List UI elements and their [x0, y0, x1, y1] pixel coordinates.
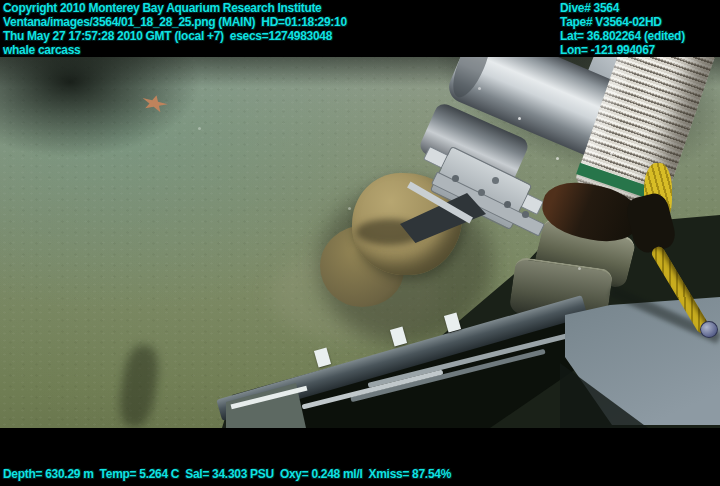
copyright-line: Copyright 2010 Monterey Bay Aquarium Res… — [3, 1, 347, 15]
file-path-line: Ventana/images/3564/01_18_28_25.png (MAI… — [3, 15, 347, 29]
telemetry-line: Depth= 630.29 m Temp= 5.264 C Sal= 34.30… — [3, 467, 451, 481]
underwater-scene — [0, 57, 720, 428]
rov-video-frame: Copyright 2010 Monterey Bay Aquarium Res… — [0, 0, 720, 486]
overlay-top-right: Dive# 3564 Tape# V3564-02HD Lat= 36.8022… — [560, 1, 685, 57]
rope-shackle — [700, 321, 718, 338]
annotation-line: whale carcass — [3, 43, 347, 57]
timestamp-line: Thu May 27 17:57:28 2010 GMT (local +7) … — [3, 29, 347, 43]
overlay-top-bar: Copyright 2010 Monterey Bay Aquarium Res… — [0, 0, 720, 57]
tape-number: Tape# V3564-02HD — [560, 15, 685, 29]
gripper-bolts — [452, 175, 459, 182]
dive-number: Dive# 3564 — [560, 1, 685, 15]
longitude-value: Lon= -121.994067 — [560, 43, 685, 57]
overlay-top-left: Copyright 2010 Monterey Bay Aquarium Res… — [3, 1, 347, 57]
marine-snow-particles — [518, 117, 521, 120]
overlay-bottom-bar: Depth= 630.29 m Temp= 5.264 C Sal= 34.30… — [0, 428, 720, 486]
latitude-value: Lat= 36.802264 (edited) — [560, 29, 685, 43]
